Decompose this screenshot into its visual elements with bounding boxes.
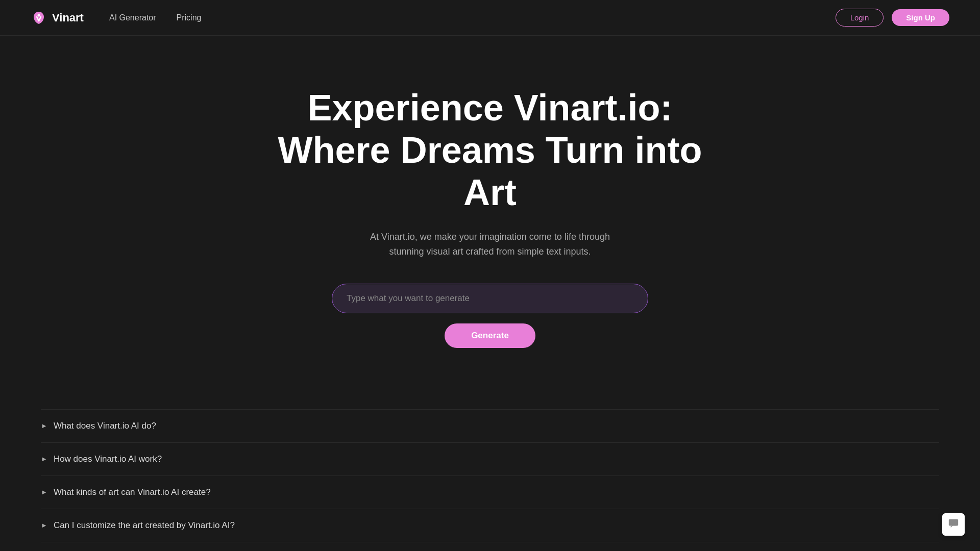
faq-question-2: How does Vinart.io AI work? <box>54 454 162 464</box>
nav-link-pricing[interactable]: Pricing <box>177 13 202 22</box>
generate-input[interactable] <box>332 284 648 313</box>
chat-icon <box>948 518 959 532</box>
generate-button[interactable]: Generate <box>445 323 535 348</box>
hero-section: Experience Vinart.io:Where Dreams Turn i… <box>0 36 980 379</box>
navbar-left: Vinart AI Generator Pricing <box>31 10 201 26</box>
logo-text: Vinart <box>52 11 84 24</box>
faq-section: ► What does Vinart.io AI do? ► How does … <box>0 379 980 551</box>
faq-item-1[interactable]: ► What does Vinart.io AI do? <box>41 409 939 443</box>
faq-arrow-1: ► <box>41 422 47 430</box>
nav-links: AI Generator Pricing <box>109 13 202 22</box>
faq-arrow-2: ► <box>41 455 47 463</box>
faq-item-3[interactable]: ► What kinds of art can Vinart.io AI cre… <box>41 476 939 509</box>
navbar: Vinart AI Generator Pricing Login Sign U… <box>0 0 980 36</box>
faq-question-1: What does Vinart.io AI do? <box>54 421 156 431</box>
svg-rect-1 <box>949 519 958 525</box>
faq-arrow-3: ► <box>41 488 47 496</box>
faq-arrow-4: ► <box>41 521 47 529</box>
signup-button[interactable]: Sign Up <box>892 9 949 26</box>
faq-question-3: What kinds of art can Vinart.io AI creat… <box>54 487 211 497</box>
chat-widget[interactable] <box>942 513 965 536</box>
hero-subtitle: At Vinart.io, we make your imagination c… <box>368 230 612 259</box>
faq-item-5[interactable]: ► Are there any limitations to Vinart.io… <box>41 542 939 551</box>
logo-icon <box>31 10 47 26</box>
faq-item-4[interactable]: ► Can I customize the art created by Vin… <box>41 509 939 542</box>
faq-question-4: Can I customize the art created by Vinar… <box>54 520 235 531</box>
logo[interactable]: Vinart <box>31 10 84 26</box>
nav-link-ai-generator[interactable]: AI Generator <box>109 13 156 22</box>
svg-point-0 <box>38 14 40 16</box>
navbar-right: Login Sign Up <box>836 9 949 27</box>
faq-item-2[interactable]: ► How does Vinart.io AI work? <box>41 443 939 476</box>
login-button[interactable]: Login <box>836 9 884 27</box>
hero-title: Experience Vinart.io:Where Dreams Turn i… <box>278 87 702 213</box>
generate-form: Generate <box>332 284 648 348</box>
